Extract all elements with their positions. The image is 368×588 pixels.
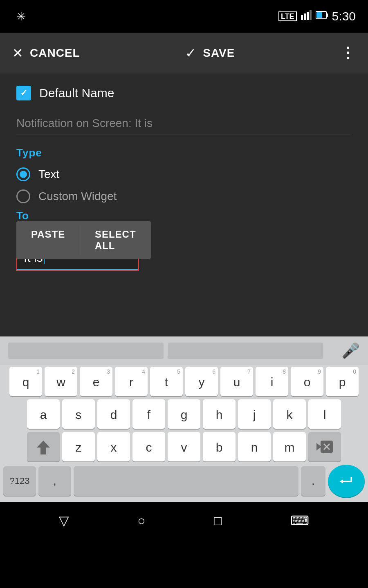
select-all-button[interactable]: SELECT ALL	[80, 221, 151, 259]
enter-key[interactable]	[328, 465, 365, 497]
keyboard-suggestion-center[interactable]	[168, 343, 323, 359]
period-key[interactable]: .	[301, 466, 325, 496]
key-d[interactable]: d	[97, 399, 130, 429]
cancel-button[interactable]: CANCEL	[30, 47, 80, 60]
svg-rect-0	[301, 15, 303, 20]
custom-widget-radio-button[interactable]	[16, 189, 30, 203]
key-w[interactable]: 2w	[45, 367, 77, 396]
key-p[interactable]: 0p	[326, 367, 359, 396]
num-switch-key[interactable]: ?123	[3, 466, 36, 496]
keyboard-top-right: 🎤	[327, 342, 360, 359]
key-q[interactable]: 1q	[9, 367, 42, 396]
num-switch-label: ?123	[10, 476, 30, 486]
key-z[interactable]: z	[62, 432, 95, 461]
home-nav-icon[interactable]: ○	[137, 513, 145, 528]
signal-icon	[301, 10, 312, 22]
key-s[interactable]: s	[62, 399, 95, 429]
svg-rect-8	[40, 453, 46, 454]
svg-marker-7	[37, 441, 50, 453]
key-o[interactable]: 9o	[291, 367, 323, 396]
backspace-key[interactable]	[308, 432, 341, 461]
to-label: To	[16, 209, 352, 222]
key-i[interactable]: 8i	[256, 367, 288, 396]
key-c[interactable]: c	[132, 432, 165, 461]
status-bar-left: ✳︎	[16, 10, 26, 23]
svg-rect-5	[326, 13, 328, 17]
default-name-label: Default Name	[39, 86, 114, 100]
cancel-group[interactable]: ✕ CANCEL	[12, 45, 80, 61]
key-m[interactable]: m	[273, 432, 306, 461]
content-area: Default Name Notification on Screen: It …	[0, 74, 368, 283]
key-j[interactable]: j	[238, 399, 271, 429]
input-underline	[17, 269, 138, 270]
notification-field: Notification on Screen: It is	[16, 113, 352, 134]
microphone-icon[interactable]: 🎤	[341, 342, 360, 359]
key-e[interactable]: 3e	[80, 367, 112, 396]
text-input-section: To PASTE SELECT ALL It is	[16, 209, 352, 271]
period-label: .	[312, 474, 315, 488]
key-v[interactable]: v	[168, 432, 200, 461]
action-bar: ✕ CANCEL ✓ SAVE ⋮	[0, 33, 368, 74]
key-y[interactable]: 6y	[185, 367, 218, 396]
time-display: 5:30	[332, 9, 356, 23]
keyboard-row-4: ?123 , .	[0, 463, 368, 502]
key-k[interactable]: k	[273, 399, 306, 429]
recent-nav-icon[interactable]: □	[214, 513, 222, 528]
svg-rect-3	[310, 10, 312, 20]
key-h[interactable]: h	[203, 399, 236, 429]
keyboard-suggestion-left[interactable]	[8, 343, 164, 359]
sparkle-icon: ✳︎	[16, 10, 26, 23]
key-t[interactable]: 5t	[150, 367, 183, 396]
keyboard-row-2: a s d f g h j k l	[0, 398, 368, 430]
battery-icon	[316, 11, 328, 22]
text-option-label: Text	[38, 168, 59, 181]
keyboard-nav-icon[interactable]: ⌨	[290, 513, 309, 528]
key-f[interactable]: f	[132, 399, 165, 429]
key-n[interactable]: n	[238, 432, 271, 461]
key-g[interactable]: g	[168, 399, 200, 429]
text-radio-button[interactable]	[16, 167, 30, 181]
key-r[interactable]: 4r	[115, 367, 148, 396]
default-name-row[interactable]: Default Name	[16, 86, 352, 100]
key-l[interactable]: l	[308, 399, 341, 429]
key-a[interactable]: a	[27, 399, 60, 429]
comma-label: ,	[53, 474, 56, 488]
keyboard-top-bar: 🎤	[0, 336, 368, 365]
type-section-label: Type	[16, 147, 352, 159]
lte-indicator: LTE	[278, 11, 297, 21]
svg-rect-2	[307, 12, 309, 20]
space-key[interactable]	[74, 466, 298, 496]
text-radio-option[interactable]: Text	[16, 167, 352, 181]
key-x[interactable]: x	[97, 432, 130, 461]
save-button[interactable]: SAVE	[203, 47, 235, 60]
input-wrapper: PASTE SELECT ALL It is	[16, 225, 139, 271]
back-nav-icon[interactable]: ▽	[59, 513, 69, 528]
app-container: ✕ CANCEL ✓ SAVE ⋮ Default Name Notificat…	[0, 33, 368, 539]
custom-widget-label: Custom Widget	[38, 190, 117, 203]
svg-marker-13	[340, 479, 343, 483]
paste-button[interactable]: PASTE	[16, 221, 80, 259]
paste-select-popup: PASTE SELECT ALL	[16, 221, 151, 259]
keyboard-row-3: z x c v b n m	[0, 430, 368, 463]
save-check-icon: ✓	[185, 45, 196, 61]
status-bar: ✳︎ LTE 5:30	[0, 0, 368, 33]
save-group[interactable]: ✓ SAVE	[185, 45, 235, 61]
bottom-nav: ▽ ○ □ ⌨	[0, 502, 368, 539]
key-u[interactable]: 7u	[220, 367, 253, 396]
more-options-button[interactable]: ⋮	[340, 45, 356, 62]
status-bar-right: LTE 5:30	[278, 9, 356, 23]
keyboard-row-1: 1q 2w 3e 4r 5t 6y 7u 8i 9o 0p	[0, 365, 368, 398]
comma-key[interactable]: ,	[38, 466, 71, 496]
default-name-checkbox[interactable]	[16, 86, 31, 100]
shift-key[interactable]	[27, 432, 60, 461]
custom-widget-row[interactable]: Custom Widget	[16, 189, 352, 203]
keyboard-container: 🎤 1q 2w 3e 4r 5t 6y 7u 8i 9o 0p a s d f …	[0, 336, 368, 539]
cancel-x-icon: ✕	[12, 45, 23, 61]
svg-rect-1	[304, 13, 306, 20]
svg-rect-6	[316, 12, 322, 18]
text-radio-inner	[20, 171, 27, 178]
key-b[interactable]: b	[203, 432, 236, 461]
